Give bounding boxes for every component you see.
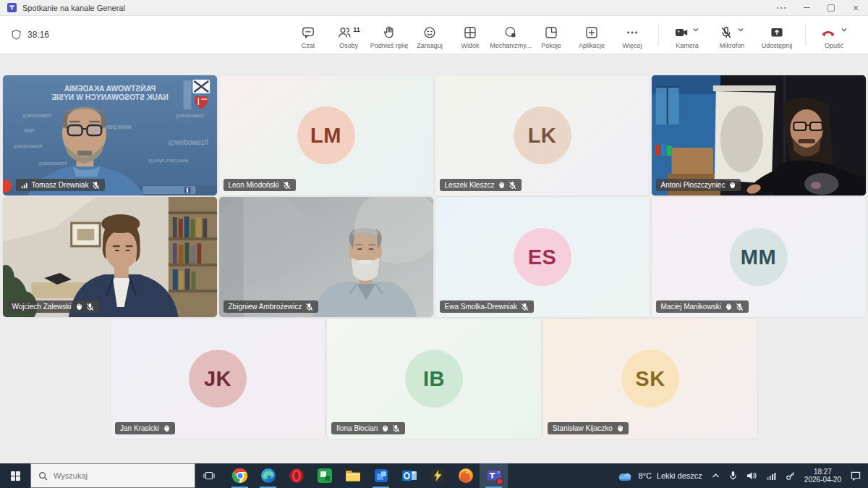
taskbar-app-firefox[interactable] — [451, 463, 480, 488]
window-maximize-button[interactable] — [819, 0, 843, 15]
participant-tile[interactable]: PAŃSTWOWA AKADEMIA NAUK STOSOWANYCH W NY… — [3, 75, 217, 195]
search-input[interactable] — [54, 471, 169, 480]
svg-text:NAUK STOSOWANYCH W NYSIE: NAUK STOSOWANYCH W NYSIE — [51, 93, 168, 101]
green-app-icon — [316, 467, 333, 484]
avatar-tile-background: LM — [219, 75, 433, 195]
muted-mic-icon — [283, 181, 291, 190]
taskbar-app-teams[interactable] — [480, 463, 508, 488]
apps-icon — [584, 25, 599, 40]
task-view-button[interactable] — [195, 463, 223, 488]
toolbar-button-more[interactable]: Więcej — [612, 21, 652, 49]
search-icon — [38, 471, 48, 481]
tray-microphone-icon[interactable] — [729, 471, 737, 481]
window-more-button[interactable] — [770, 0, 794, 15]
toolbar-button-share[interactable]: Udostępnij — [754, 21, 799, 49]
clock-date: 2026-04-20 — [804, 476, 841, 484]
participant-name: Ewa Smolka-Drewniak — [445, 303, 518, 311]
taskbar-app-file-explorer[interactable] — [339, 463, 367, 488]
toolbar-separator — [658, 24, 659, 46]
signal-icon — [21, 182, 28, 189]
toolbar-button-label: Zareaguj — [417, 42, 443, 49]
taskbar-search[interactable] — [30, 463, 195, 488]
toolbar-button-mic[interactable]: Mikrofon — [710, 21, 754, 49]
taskbar-weather[interactable]: 8°C Lekki deszcz — [617, 471, 702, 481]
participant-tile[interactable]: ESEwa Smolka-Drewniak — [435, 197, 650, 317]
toolbar-button-label: Pokoje — [541, 42, 561, 49]
toolbar-button-view[interactable]: Widok — [450, 21, 490, 49]
participant-tile[interactable]: LKLeszek Kleszcz — [435, 75, 650, 195]
raised-hand-icon — [381, 424, 388, 432]
start-button[interactable] — [0, 463, 30, 488]
people-icon — [337, 25, 352, 40]
svg-text:PAŃSTWOWA AKADEMIA: PAŃSTWOWA AKADEMIA — [64, 84, 156, 93]
toolbar-button-label: Widok — [461, 42, 479, 49]
leave-button-label: Opuść — [825, 42, 843, 49]
action-center-button[interactable] — [851, 471, 861, 481]
raised-hand-icon — [616, 424, 624, 432]
participant-tile[interactable]: IBIlona Błocian — [327, 319, 541, 439]
participant-tile[interactable]: MMMaciej Manikowski — [652, 197, 866, 317]
participant-name: Jan Krasicki — [120, 424, 159, 432]
avatar-tile-background: MM — [652, 197, 866, 317]
toolbar-button-raise-hand[interactable]: Podnieś rękę — [369, 21, 409, 49]
hidden-icons-chevron[interactable] — [712, 473, 720, 479]
toolbar-button-apps[interactable]: Aplikacje — [571, 21, 612, 49]
weather-desc: Lekki deszcz — [657, 471, 702, 480]
toolbar-button-label: Udostępnij — [762, 42, 793, 49]
toolbar-button-people[interactable]: 11Osoby — [328, 21, 369, 49]
participant-tile[interactable]: JKJan Krasicki — [111, 319, 325, 439]
tray-volume-icon[interactable] — [746, 471, 757, 480]
taskbar-app-edge[interactable] — [254, 463, 282, 488]
effects-icon — [503, 25, 518, 40]
view-grid-icon — [463, 25, 477, 40]
participant-tile[interactable]: Antoni Płoszczyniec — [652, 75, 866, 195]
camera-icon — [674, 25, 689, 40]
participant-tile[interactable]: Zbigniew Ambrożewicz — [219, 197, 433, 317]
taskbar-clock[interactable]: 18:27 2026-04-20 — [804, 468, 841, 484]
participant-tile[interactable]: SKStanisław Kijaczko — [543, 319, 757, 439]
taskbar-app-dark-app[interactable] — [423, 463, 451, 488]
participant-name: Wojciech Zalewski — [12, 303, 72, 311]
shield-icon — [10, 29, 22, 41]
participant-nametag: Tomasz Drewniak — [16, 179, 106, 191]
taskbar-app-chrome[interactable] — [226, 463, 254, 488]
leave-button[interactable]: Opuść — [812, 21, 856, 49]
toolbar-button-rooms[interactable]: Pokoje — [531, 21, 571, 49]
window-minimize-button[interactable] — [794, 0, 819, 15]
participant-nametag: Stanisław Kijaczko — [548, 422, 629, 434]
taskbar-app-green-app[interactable] — [310, 463, 339, 488]
windows-logo-icon — [11, 471, 20, 481]
svg-text:#zawodowcy: #zawodowcy — [167, 138, 208, 146]
toolbar-button-effects[interactable]: Mechanizmy... — [490, 21, 531, 49]
tray-key-icon[interactable] — [786, 471, 795, 481]
video-grid: PAŃSTWOWA AKADEMIA NAUK STOSOWANYCH W NY… — [0, 54, 868, 463]
leave-call-icon — [820, 25, 837, 40]
taskbar-app-blue-app[interactable] — [367, 463, 395, 488]
tray-network-icon[interactable] — [767, 472, 776, 480]
muted-mic-icon — [92, 181, 100, 190]
toolbar-button-camera[interactable]: Kamera — [665, 21, 710, 49]
participant-tile[interactable]: LMLeon Miodoński — [219, 75, 433, 195]
muted-mic-icon — [86, 303, 94, 311]
participant-name: Leszek Kleszcz — [445, 181, 495, 189]
taskbar-app-outlook[interactable] — [395, 463, 423, 488]
taskbar-app-red-browser[interactable] — [282, 463, 310, 488]
toolbar-button-chat[interactable]: Czat — [288, 21, 328, 49]
chat-icon — [301, 25, 315, 40]
participant-name: Zbigniew Ambrożewicz — [229, 303, 302, 311]
dark-app-icon — [429, 467, 446, 484]
svg-text:#zawodowcy: #zawodowcy — [38, 161, 67, 167]
toolbar-button-react[interactable]: Zareaguj — [409, 21, 450, 49]
svg-text:nysa: nysa — [24, 127, 35, 133]
avatar-tile-background: ES — [435, 197, 650, 317]
window-close-button[interactable] — [843, 0, 868, 15]
toolbar-button-label: Kamera — [676, 42, 699, 49]
muted-mic-icon — [521, 303, 529, 311]
file-explorer-icon — [344, 467, 362, 484]
participant-tile[interactable]: Wojciech Zalewski — [3, 197, 217, 317]
avatar-initials: IB — [405, 350, 463, 408]
window-titlebar: Spotkanie na kanale General — [0, 0, 868, 16]
avatar-initials: LK — [514, 106, 571, 164]
raised-hand-icon — [498, 181, 505, 189]
video-scene-antoni — [652, 75, 866, 195]
